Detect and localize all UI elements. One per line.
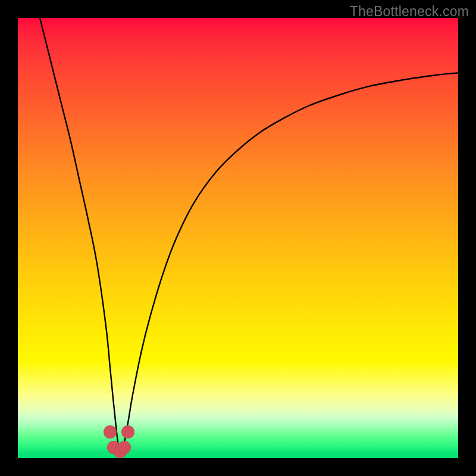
chart-frame (18, 18, 458, 458)
curve-layer (18, 18, 458, 458)
min-marker-3 (118, 441, 131, 454)
plot-area (18, 18, 458, 458)
bottleneck-curve (40, 18, 458, 452)
min-marker-0 (104, 425, 117, 439)
min-marker-4 (121, 425, 134, 439)
watermark-text: TheBottleneck.com (350, 4, 469, 20)
